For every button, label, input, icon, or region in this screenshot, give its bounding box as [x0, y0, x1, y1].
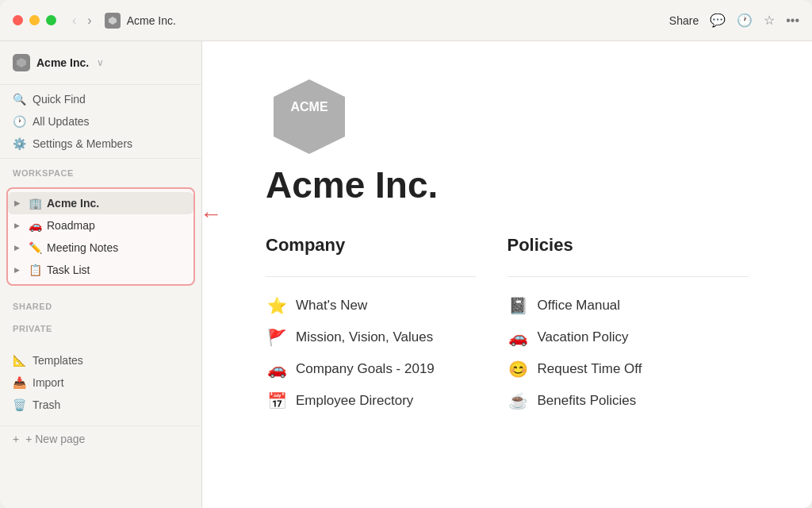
whats-new-label: What's New	[296, 298, 367, 314]
expand-icon: ▶	[14, 221, 24, 229]
page-title: Acme Inc.	[266, 164, 749, 206]
nav-buttons: ‹ ›	[69, 12, 95, 29]
sidebar-item-settings-label: Settings & Members	[33, 137, 132, 150]
main-layout: Acme Inc. ∨ 🔍 Quick Find 🕐 All Updates ⚙…	[0, 41, 812, 508]
close-button[interactable]	[13, 15, 23, 25]
car-emoji: 🚗	[266, 360, 288, 379]
sidebar-item-import-label: Import	[33, 376, 64, 389]
policies-column: Policies 📓 Office Manual 🚗 Vacation Poli…	[508, 235, 749, 417]
list-item-goals[interactable]: 🚗 Company Goals - 2019	[266, 353, 476, 385]
calendar-emoji: 📅	[266, 391, 288, 410]
forward-button[interactable]: ›	[84, 12, 94, 29]
trash-icon: 🗑️	[13, 398, 26, 411]
sidebar-item-acme[interactable]: ▶ 🏢 Acme Inc.	[8, 192, 193, 214]
sidebar-item-all-updates[interactable]: 🕐 All Updates	[6, 110, 195, 133]
company-column: Company ⭐ What's New 🚩 Mission, Vision, …	[266, 235, 508, 417]
sidebar-nav: 🔍 Quick Find 🕐 All Updates ⚙️ Settings &…	[0, 85, 201, 159]
clock-icon: 🕐	[13, 115, 26, 128]
new-page-button[interactable]: + + New page	[0, 425, 201, 452]
breadcrumb-icon	[105, 13, 121, 29]
policies-divider	[508, 276, 749, 277]
sidebar-item-trash-label: Trash	[33, 398, 60, 411]
smile-emoji: 😊	[508, 360, 530, 379]
request-time-off-label: Request Time Off	[538, 361, 642, 377]
svg-marker-2	[274, 79, 345, 154]
coffee-emoji: ☕	[508, 391, 530, 410]
employee-directory-label: Employee Directory	[296, 393, 413, 409]
content-grid: Company ⭐ What's New 🚩 Mission, Vision, …	[266, 235, 749, 417]
svg-marker-1	[17, 58, 26, 67]
history-icon[interactable]: 🕐	[737, 13, 753, 28]
minimize-button[interactable]	[29, 15, 40, 25]
sidebar-item-task-list-label: Task List	[47, 264, 90, 276]
sidebar-top: Acme Inc. ∨	[0, 41, 201, 85]
expand-icon: ▶	[14, 266, 24, 274]
company-header: Company	[266, 235, 476, 262]
workspace-section-label: WORKSPACE	[0, 159, 201, 181]
workspace-logo	[13, 54, 30, 71]
sidebar-item-templates[interactable]: 📐 Templates	[6, 349, 195, 371]
back-button[interactable]: ‹	[69, 12, 79, 29]
sidebar-item-templates-label: Templates	[33, 354, 83, 367]
list-item-request-time-off[interactable]: 😊 Request Time Off	[508, 353, 749, 385]
expand-icon: ▶	[14, 244, 24, 252]
gear-icon: ⚙️	[13, 137, 26, 150]
titlebar: ‹ › Acme Inc. Share 💬 🕐 ☆ •••	[0, 0, 812, 41]
meeting-notes-icon: ✏️	[29, 241, 42, 254]
mission-label: Mission, Vision, Values	[296, 329, 433, 345]
breadcrumb: Acme Inc.	[105, 13, 669, 29]
company-divider	[266, 276, 476, 277]
list-item-whats-new[interactable]: ⭐ What's New	[266, 290, 476, 321]
sidebar-item-settings[interactable]: ⚙️ Settings & Members	[6, 133, 195, 155]
list-item-benefits[interactable]: ☕ Benefits Policies	[508, 385, 749, 417]
notebook-emoji: 📓	[508, 296, 530, 315]
star-icon[interactable]: ☆	[764, 13, 775, 28]
workspace-section: ▶ 🏢 Acme Inc. ▶ 🚗 Roadmap ▶ ✏️ Meeting N…	[6, 187, 195, 286]
expand-icon: ▶	[14, 199, 24, 207]
workspace-name: Acme Inc.	[36, 56, 89, 69]
list-item-employee-directory[interactable]: 📅 Employee Directory	[266, 385, 476, 417]
sidebar-item-trash[interactable]: 🗑️ Trash	[6, 394, 195, 416]
plus-icon: +	[13, 433, 19, 445]
private-section-label: PRIVATE	[0, 314, 201, 337]
main-content: ACME Acme Inc. Company ⭐ What's New 🚩 Mi…	[202, 41, 812, 508]
acme-logo: ACME	[266, 73, 353, 160]
car2-emoji: 🚗	[508, 328, 530, 347]
list-item-vacation-policy[interactable]: 🚗 Vacation Policy	[508, 321, 749, 353]
vacation-policy-label: Vacation Policy	[538, 329, 629, 345]
sidebar-item-task-list[interactable]: ▶ 📋 Task List	[8, 259, 193, 281]
goals-label: Company Goals - 2019	[296, 361, 435, 377]
acme-icon: 🏢	[29, 197, 42, 210]
sidebar-item-quick-find-label: Quick Find	[33, 93, 86, 106]
more-icon[interactable]: •••	[786, 13, 799, 28]
maximize-button[interactable]	[46, 15, 56, 25]
svg-marker-0	[109, 17, 117, 25]
templates-icon: 📐	[13, 354, 26, 367]
office-manual-label: Office Manual	[538, 298, 621, 314]
sidebar-item-roadmap[interactable]: ▶ 🚗 Roadmap	[8, 214, 193, 237]
new-page-label: + New page	[25, 433, 85, 445]
sidebar-item-meeting-notes[interactable]: ▶ ✏️ Meeting Notes	[8, 237, 193, 259]
breadcrumb-title: Acme Inc.	[127, 14, 176, 27]
arrow-indicator: ←	[200, 202, 222, 227]
list-item-office-manual[interactable]: 📓 Office Manual	[508, 290, 749, 321]
sidebar-item-import[interactable]: 📥 Import	[6, 371, 195, 394]
sidebar-bottom: 📐 Templates 📥 Import 🗑️ Trash	[0, 343, 201, 422]
titlebar-actions: Share 💬 🕐 ☆ •••	[669, 13, 799, 28]
flag-emoji: 🚩	[266, 328, 288, 347]
search-icon: 🔍	[13, 93, 26, 106]
chevron-down-icon: ∨	[97, 57, 104, 68]
roadmap-icon: 🚗	[29, 219, 42, 232]
star-emoji: ⭐	[266, 296, 288, 315]
list-item-mission[interactable]: 🚩 Mission, Vision, Values	[266, 321, 476, 353]
policies-header: Policies	[508, 235, 749, 262]
sidebar-item-quick-find[interactable]: 🔍 Quick Find	[6, 88, 195, 110]
share-button[interactable]: Share	[669, 14, 699, 27]
task-list-icon: 📋	[29, 264, 42, 276]
workspace-switcher[interactable]: Acme Inc. ∨	[6, 49, 195, 76]
sidebar-item-meeting-notes-label: Meeting Notes	[47, 241, 118, 254]
comment-icon[interactable]: 💬	[710, 13, 726, 28]
sidebar-item-roadmap-label: Roadmap	[47, 219, 95, 232]
traffic-lights	[13, 15, 56, 25]
import-icon: 📥	[13, 376, 26, 389]
